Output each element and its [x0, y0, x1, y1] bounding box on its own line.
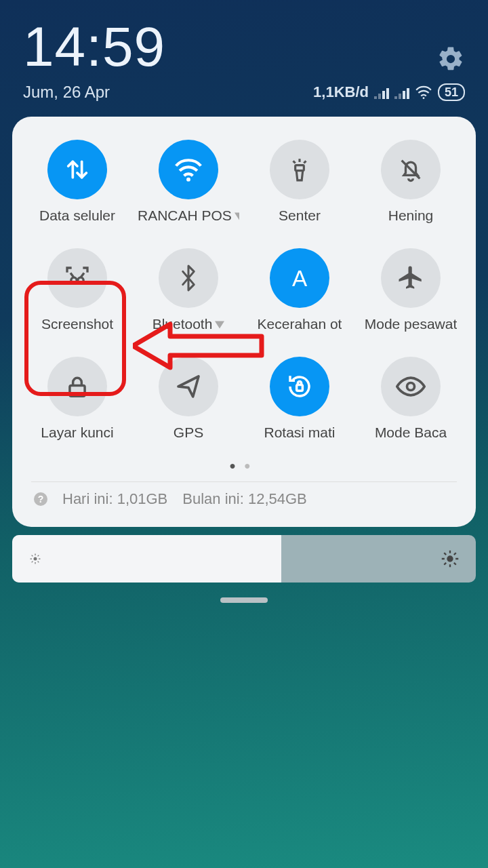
svg-line-31	[454, 563, 456, 565]
qs-tile-rotlock[interactable]: Rotasi mati	[244, 357, 355, 441]
brightness-slider[interactable]	[12, 535, 476, 583]
data-usage-row[interactable]: ? Hari ini: 1,01GB Bulan ini: 12,54GB	[22, 490, 466, 515]
signal-2-icon	[394, 85, 409, 99]
svg-line-22	[38, 561, 39, 563]
svg-rect-3	[296, 165, 304, 171]
svg-point-16	[34, 557, 37, 561]
eye-icon	[381, 357, 441, 416]
page-indicator[interactable]: ●●	[22, 460, 466, 472]
tile-label: Rotasi mati	[264, 425, 335, 441]
svg-point-25	[447, 555, 453, 561]
svg-point-15	[407, 383, 415, 391]
tile-label: Bluetooth	[152, 316, 225, 332]
svg-rect-14	[297, 384, 303, 391]
shot-icon	[47, 248, 107, 308]
qs-tile-lock[interactable]: Layar kunci	[22, 357, 133, 441]
dnd-icon	[381, 140, 441, 199]
tile-label: Layar kunci	[41, 425, 113, 441]
qs-tile-nav[interactable]: GPS	[133, 357, 244, 441]
settings-button[interactable]	[436, 45, 465, 73]
quick-settings-panel: Data selulerRANCAH POSSenterHeningScreen…	[12, 117, 476, 527]
chevron-down-icon	[215, 321, 224, 329]
battery-pill: 51	[438, 83, 465, 101]
data-icon	[47, 140, 107, 199]
rotlock-icon	[270, 357, 329, 416]
torch-icon	[270, 140, 329, 199]
autoA-icon: A	[270, 248, 329, 308]
tile-label: Screenshot	[41, 316, 113, 332]
svg-line-30	[444, 553, 446, 555]
svg-line-24	[38, 555, 39, 557]
svg-line-23	[32, 561, 33, 563]
svg-line-6	[304, 161, 306, 163]
wifi-status-icon	[415, 85, 432, 100]
svg-marker-11	[215, 321, 224, 328]
tile-label: GPS	[174, 425, 203, 441]
qs-tile-data[interactable]: Data seluler	[22, 140, 133, 224]
svg-rect-13	[70, 385, 85, 396]
tile-label: Mode Baca	[375, 425, 447, 441]
qs-tile-dnd[interactable]: Hening	[355, 140, 466, 224]
data-rate: 1,1KB/d	[313, 83, 369, 101]
qs-tile-plane[interactable]: Mode pesawat	[355, 248, 466, 332]
svg-line-21	[32, 555, 33, 557]
svg-line-33	[454, 553, 456, 555]
nav-icon	[159, 357, 218, 416]
tile-label: Data seluler	[39, 208, 115, 224]
status-bar-icons: 1,1KB/d 51	[313, 83, 465, 101]
svg-line-32	[444, 563, 446, 565]
qs-tile-torch[interactable]: Senter	[244, 140, 355, 224]
tile-label: RANCAH POS	[138, 208, 239, 224]
drag-handle[interactable]	[220, 597, 268, 603]
tile-label: Senter	[279, 208, 321, 224]
date-text: Jum, 26 Apr	[23, 83, 110, 102]
lock-icon	[47, 357, 107, 416]
chevron-down-icon	[235, 212, 239, 220]
usage-month: Bulan ini: 12,54GB	[182, 490, 306, 508]
svg-line-5	[293, 161, 296, 163]
plane-icon	[381, 248, 441, 308]
tile-label: Hening	[388, 208, 434, 224]
clock: 14:59	[23, 19, 165, 75]
gear-icon	[436, 45, 465, 73]
qs-tile-wifi[interactable]: RANCAH POS	[133, 140, 244, 224]
qs-tile-shot[interactable]: Screenshot	[22, 248, 133, 332]
svg-marker-2	[235, 212, 239, 220]
usage-today: Hari ini: 1,01GB	[62, 490, 167, 508]
tile-label: Kecerahan ot	[258, 316, 342, 332]
qs-tile-bt[interactable]: Bluetooth	[133, 248, 244, 332]
svg-text:A: A	[292, 266, 308, 291]
signal-1-icon	[374, 85, 389, 99]
brightness-fill	[12, 535, 281, 583]
brightness-high-icon	[441, 549, 460, 568]
bt-icon	[159, 248, 218, 308]
brightness-low-icon	[28, 552, 42, 566]
divider	[31, 481, 457, 482]
wifi-icon	[159, 140, 218, 199]
qs-tile-eye[interactable]: Mode Baca	[355, 357, 466, 441]
svg-point-1	[186, 178, 190, 182]
svg-point-8	[71, 277, 77, 283]
tile-label: Mode pesawat	[365, 316, 458, 332]
qs-tile-autoA[interactable]: AKecerahan ot	[244, 248, 355, 332]
svg-point-0	[423, 97, 425, 99]
svg-point-9	[78, 277, 83, 283]
info-icon: ?	[34, 492, 47, 506]
